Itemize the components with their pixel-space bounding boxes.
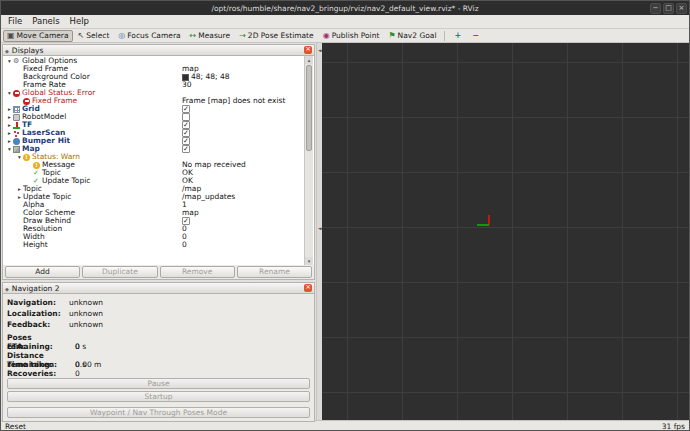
- expander-icon[interactable]: ▾: [6, 145, 13, 153]
- tool-measure[interactable]: ↔Measure: [186, 30, 235, 42]
- pause-button[interactable]: Pause: [7, 378, 310, 389]
- tree-value: Frame [map] does not exist: [182, 97, 285, 105]
- waypoint-nav-through-poses-mode-button[interactable]: Waypoint / Nav Through Poses Mode: [7, 407, 310, 418]
- duplicate-button[interactable]: Duplicate: [82, 266, 157, 278]
- tool-2d-pose-estimate[interactable]: →2D Pose Estimate: [235, 30, 318, 42]
- startup-button[interactable]: Startup: [7, 391, 310, 402]
- expander-icon[interactable]: ▸: [16, 185, 23, 193]
- expander-icon[interactable]: ▸: [6, 129, 13, 137]
- status-label: Navigation:: [7, 297, 69, 308]
- tree-row-update-topic[interactable]: ▸Update Topic/map_updates: [3, 193, 314, 201]
- tree-value: 30: [182, 81, 192, 89]
- status-value: unknown: [69, 320, 103, 329]
- enabled-checkbox[interactable]: ✓: [182, 145, 190, 153]
- expander-icon[interactable]: ▸: [6, 113, 13, 121]
- displays-panel-header[interactable]: Displays: [3, 45, 314, 56]
- tool-label: Measure: [198, 31, 230, 40]
- tool-nav2-goal[interactable]: ⚑Nav2 Goal: [384, 30, 440, 42]
- displays-scrollbar[interactable]: [304, 56, 313, 265]
- warn-icon: [33, 162, 40, 169]
- add-tool-button[interactable]: +: [449, 30, 466, 42]
- menu-help[interactable]: Help: [65, 15, 94, 28]
- tree-row-resolution[interactable]: Resolution0: [3, 225, 314, 233]
- tree-label: Height: [23, 241, 48, 249]
- 3d-viewport[interactable]: [322, 43, 689, 420]
- nav2-buttons: PauseStartupWaypoint / Nav Through Poses…: [7, 378, 310, 418]
- add-button[interactable]: Add: [5, 266, 80, 278]
- nav2-status-localization: Localization:unknown: [7, 308, 310, 319]
- metric-value: 0 s: [75, 342, 86, 351]
- tool-label: Select: [86, 31, 109, 40]
- nav2-panel-header[interactable]: Navigation 2: [3, 283, 314, 294]
- close-icon[interactable]: ×: [676, 3, 687, 14]
- expander-icon[interactable]: ▸: [6, 105, 13, 113]
- error-icon: [13, 90, 20, 97]
- window-title: /opt/ros/humble/share/nav2_bringup/rviz/…: [211, 4, 478, 13]
- nav2-close-icon[interactable]: [304, 284, 312, 292]
- tool-move-camera[interactable]: ▣Move Camera: [3, 30, 73, 42]
- menu-file[interactable]: File: [3, 15, 27, 28]
- tool-label: Move Camera: [17, 31, 69, 40]
- publish-point-pin-icon: ◉: [323, 31, 330, 41]
- rename-button[interactable]: Rename: [237, 266, 312, 278]
- status-value: unknown: [69, 298, 103, 307]
- nav2-metric-eta: ETA:0 s: [7, 342, 310, 351]
- nav2-metric-distance-remaining: Distance remaining:0.00 m: [7, 351, 310, 360]
- tree-row-bumper-hit[interactable]: ▸Bumper Hit✓: [3, 137, 314, 145]
- enabled-checkbox[interactable]: [182, 113, 190, 121]
- nav2-metric-poses-remaining: Poses remaining:0: [7, 333, 310, 342]
- tool-label: Publish Point: [332, 31, 380, 40]
- tool-publish-point[interactable]: ◉Publish Point: [319, 30, 384, 42]
- tree-row-width[interactable]: Width0: [3, 233, 314, 241]
- rviz-window: /opt/ros/humble/share/nav2_bringup/rviz/…: [0, 0, 690, 431]
- metric-value: 0 s: [75, 360, 86, 369]
- tool-select[interactable]: ↖Select: [74, 30, 114, 42]
- menu-panels[interactable]: Panels: [27, 15, 64, 28]
- tree-label: Update Topic: [42, 177, 90, 185]
- left-panels: Displays ▾Global OptionsFixed FramemapBa…: [1, 43, 316, 420]
- enabled-checkbox[interactable]: ✓: [182, 121, 190, 129]
- toolbar-separator: [444, 31, 445, 41]
- tool-focus-camera[interactable]: ◎Focus Camera: [114, 30, 184, 42]
- expander-icon[interactable]: ▾: [6, 57, 13, 65]
- tree-row-robotmodel[interactable]: ▸RobotModel: [3, 113, 314, 121]
- expander-icon[interactable]: ▾: [6, 89, 13, 97]
- tree-value: /map_updates: [182, 193, 235, 201]
- expander-icon[interactable]: ▸: [16, 193, 23, 201]
- expander-icon[interactable]: ▸: [6, 137, 13, 145]
- tree-row-fixed-frame[interactable]: Fixed FrameFrame [map] does not exist: [3, 97, 314, 105]
- expander-icon[interactable]: ▾: [16, 153, 23, 161]
- enabled-checkbox[interactable]: ✓: [182, 129, 190, 137]
- scroll-up-icon[interactable]: [305, 56, 313, 64]
- displays-tree: ▾Global OptionsFixed FramemapBackground …: [3, 56, 314, 265]
- panel-handle-icon: [5, 284, 9, 293]
- status-label: Feedback:: [7, 319, 69, 330]
- status-label: Localization:: [7, 308, 69, 319]
- scrollbar-thumb[interactable]: [306, 65, 312, 151]
- displays-close-icon[interactable]: [304, 46, 312, 54]
- nav2-metric-rows: Poses remaining:0ETA:0 sDistance remaini…: [7, 333, 310, 378]
- enabled-checkbox[interactable]: ✓: [182, 105, 190, 113]
- remove-tool-button[interactable]: −: [467, 30, 484, 42]
- tree-row-update-topic[interactable]: Update TopicOK: [3, 177, 314, 185]
- metric-label: Recoveries:: [7, 369, 75, 378]
- minimize-icon[interactable]: −: [650, 3, 661, 14]
- options-icon: [13, 58, 20, 65]
- add-tool-icon: +: [454, 31, 461, 41]
- nav2-metric-recoveries: Recoveries:0: [7, 369, 310, 378]
- remove-button[interactable]: Remove: [160, 266, 235, 278]
- move-camera-icon: ▣: [7, 31, 15, 41]
- scroll-down-icon[interactable]: [305, 257, 313, 265]
- enabled-checkbox[interactable]: ✓: [182, 137, 190, 145]
- maximize-icon[interactable]: □: [663, 3, 674, 14]
- expander-icon[interactable]: ▸: [6, 121, 13, 129]
- reset-button[interactable]: Reset: [5, 422, 26, 431]
- displays-panel: Displays ▾Global OptionsFixed FramemapBa…: [2, 44, 315, 280]
- nav2-status-rows: Navigation:unknownLocalization:unknownFe…: [7, 297, 310, 330]
- menubar: FilePanelsHelp: [1, 15, 689, 29]
- titlebar[interactable]: /opt/ros/humble/share/nav2_bringup/rviz/…: [1, 1, 689, 15]
- tree-row-height[interactable]: Height0: [3, 241, 314, 249]
- map-icon: [13, 146, 20, 153]
- status-value: unknown: [69, 309, 103, 318]
- focus-camera-icon: ◎: [118, 31, 125, 41]
